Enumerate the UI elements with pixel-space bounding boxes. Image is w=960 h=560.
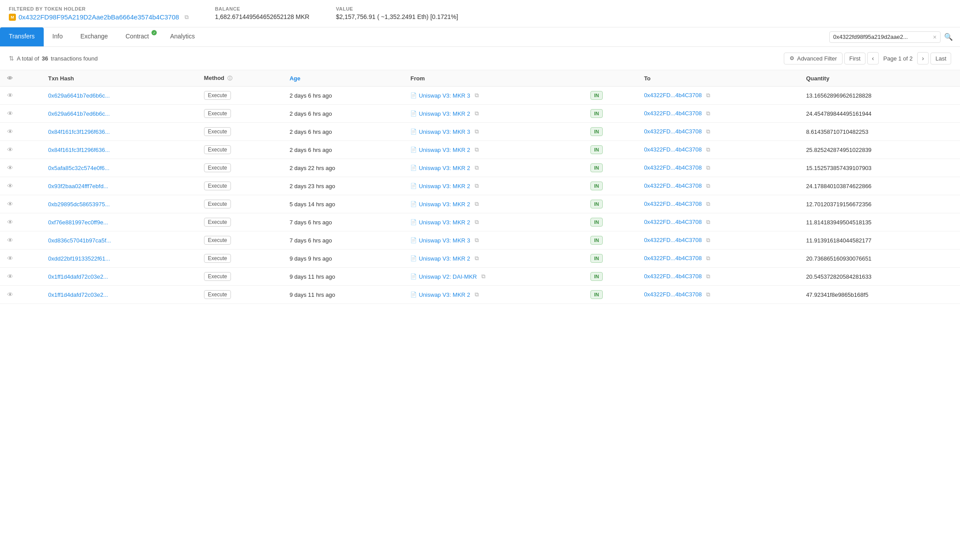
copy-to-icon[interactable]: ⧉: [706, 237, 710, 243]
from-link[interactable]: 📄 Uniswap V3: MKR 3 ⧉: [410, 237, 576, 244]
value-value: $2,157,756.91 ( ~1,352.2491 Eth) [0.1721…: [336, 13, 458, 20]
last-page-button[interactable]: Last: [930, 53, 951, 64]
from-link[interactable]: 📄 Uniswap V3: MKR 2 ⧉: [410, 110, 576, 117]
copy-from-icon[interactable]: ⧉: [475, 219, 479, 226]
eye-icon[interactable]: 👁: [7, 182, 13, 189]
tab-analytics[interactable]: Analytics: [161, 27, 204, 46]
copy-to-icon[interactable]: ⧉: [706, 255, 710, 261]
tab-transfers[interactable]: Transfers: [0, 27, 44, 46]
from-link[interactable]: 📄 Uniswap V3: MKR 2 ⧉: [410, 146, 576, 153]
row-eye-cell: 👁: [0, 123, 41, 141]
table-row: 👁 0xdd22bf19133522f61... Execute 9 days …: [0, 250, 960, 268]
copy-address-icon[interactable]: ⧉: [185, 14, 189, 21]
to-link[interactable]: 0x4322FD...4b4C3708: [644, 255, 702, 261]
method-help-icon[interactable]: ⓘ: [227, 76, 232, 81]
copy-from-icon[interactable]: ⧉: [475, 128, 479, 135]
from-link[interactable]: 📄 Uniswap V3: MKR 3 ⧉: [410, 128, 576, 135]
copy-to-icon[interactable]: ⧉: [706, 92, 710, 98]
row-eye-cell: 👁: [0, 231, 41, 250]
to-link[interactable]: 0x4322FD...4b4C3708: [644, 128, 702, 135]
copy-from-icon[interactable]: ⧉: [475, 182, 479, 189]
copy-to-icon[interactable]: ⧉: [706, 219, 710, 225]
eye-icon[interactable]: 👁: [7, 291, 13, 298]
eye-icon[interactable]: 👁: [7, 237, 13, 244]
from-link[interactable]: 📄 Uniswap V3: MKR 2 ⧉: [410, 219, 576, 226]
eye-icon[interactable]: 👁: [7, 128, 13, 135]
from-link[interactable]: 📄 Uniswap V3: MKR 2 ⧉: [410, 201, 576, 208]
copy-to-icon[interactable]: ⧉: [706, 273, 710, 280]
from-link[interactable]: 📄 Uniswap V3: MKR 2 ⧉: [410, 255, 576, 262]
to-link[interactable]: 0x4322FD...4b4C3708: [644, 182, 702, 189]
txhash-link[interactable]: 0x5afa85c32c574e0f6...: [48, 165, 110, 171]
sort-icon[interactable]: ⇅: [9, 55, 14, 62]
search-button[interactable]: 🔍: [944, 33, 953, 41]
search-input[interactable]: [833, 34, 930, 40]
txhash-link[interactable]: 0xf76e881997ec0ff9e...: [48, 219, 108, 226]
eye-icon[interactable]: 👁: [7, 164, 13, 171]
to-link[interactable]: 0x4322FD...4b4C3708: [644, 110, 702, 117]
from-link[interactable]: 📄 Uniswap V2: DAI-MKR ⧉: [410, 273, 576, 280]
copy-from-icon[interactable]: ⧉: [475, 164, 479, 171]
to-link[interactable]: 0x4322FD...4b4C3708: [644, 273, 702, 280]
eye-icon[interactable]: 👁: [7, 110, 13, 117]
eye-icon[interactable]: 👁: [7, 201, 13, 208]
copy-from-icon[interactable]: ⧉: [475, 291, 479, 298]
from-link[interactable]: 📄 Uniswap V3: MKR 2 ⧉: [410, 164, 576, 171]
copy-from-icon[interactable]: ⧉: [475, 110, 479, 117]
copy-to-icon[interactable]: ⧉: [706, 201, 710, 207]
copy-to-icon[interactable]: ⧉: [706, 291, 710, 298]
txhash-link[interactable]: 0x1ff1d4dafd72c03e2...: [48, 273, 108, 280]
to-link[interactable]: 0x4322FD...4b4C3708: [644, 291, 702, 298]
txhash-link[interactable]: 0x629a6641b7ed6b6c...: [48, 92, 110, 99]
tab-info[interactable]: Info: [44, 27, 72, 46]
eye-icon[interactable]: 👁: [7, 273, 13, 280]
method-badge: Execute: [204, 163, 231, 172]
copy-from-icon[interactable]: ⧉: [475, 237, 479, 244]
copy-to-icon[interactable]: ⧉: [706, 128, 710, 135]
txhash-link[interactable]: 0x84f161fc3f1296f636...: [48, 147, 110, 153]
prev-page-button[interactable]: ‹: [867, 52, 879, 64]
to-link[interactable]: 0x4322FD...4b4C3708: [644, 201, 702, 207]
wallet-address-link[interactable]: 0x4322FD98F95A219D2Aae2bBa6664e3574b4C37…: [19, 13, 179, 21]
first-page-button[interactable]: First: [844, 53, 865, 64]
row-to-cell: 0x4322FD...4b4C3708 ⧉: [637, 286, 799, 304]
txhash-link[interactable]: 0x1ff1d4dafd72c03e2...: [48, 291, 108, 298]
tab-contract[interactable]: Contract ✓: [117, 27, 161, 46]
copy-from-icon[interactable]: ⧉: [475, 201, 479, 208]
copy-from-icon[interactable]: ⧉: [475, 92, 479, 99]
col-age[interactable]: Age: [283, 70, 404, 87]
to-link[interactable]: 0x4322FD...4b4C3708: [644, 92, 702, 98]
copy-to-icon[interactable]: ⧉: [706, 146, 710, 153]
to-link[interactable]: 0x4322FD...4b4C3708: [644, 146, 702, 153]
from-link[interactable]: 📄 Uniswap V3: MKR 2 ⧉: [410, 291, 576, 298]
txhash-link[interactable]: 0x629a6641b7ed6b6c...: [48, 110, 110, 117]
copy-from-icon[interactable]: ⧉: [481, 273, 485, 280]
eye-icon[interactable]: 👁: [7, 255, 13, 262]
advanced-filter-button[interactable]: ⚙ Advanced Filter: [784, 53, 843, 64]
copy-to-icon[interactable]: ⧉: [706, 164, 710, 171]
txhash-link[interactable]: 0x93f2baa024fff7ebfd...: [48, 183, 108, 189]
copy-from-icon[interactable]: ⧉: [475, 146, 479, 153]
eye-icon[interactable]: 👁: [7, 146, 13, 153]
from-link[interactable]: 📄 Uniswap V3: MKR 3 ⧉: [410, 92, 576, 99]
to-link[interactable]: 0x4322FD...4b4C3708: [644, 164, 702, 171]
eye-icon[interactable]: 👁: [7, 92, 13, 99]
to-link[interactable]: 0x4322FD...4b4C3708: [644, 219, 702, 225]
next-page-button[interactable]: ›: [917, 52, 929, 64]
search-clear-icon[interactable]: ×: [933, 34, 937, 41]
to-link[interactable]: 0x4322FD...4b4C3708: [644, 237, 702, 243]
row-direction-cell: IN: [583, 105, 637, 123]
eye-icon[interactable]: 👁: [7, 219, 13, 226]
txhash-link[interactable]: 0xd836c57041b97ca5f...: [48, 237, 111, 244]
eye-header-icon[interactable]: 👁: [7, 75, 13, 82]
row-from-cell: 📄 Uniswap V3: MKR 2 ⧉: [403, 286, 583, 304]
txhash-link[interactable]: 0xb29895dc58653975...: [48, 201, 110, 208]
copy-from-icon[interactable]: ⧉: [475, 255, 479, 262]
tab-exchange[interactable]: Exchange: [72, 27, 117, 46]
txhash-link[interactable]: 0xdd22bf19133522f61...: [48, 255, 110, 262]
copy-to-icon[interactable]: ⧉: [706, 110, 710, 117]
doc-icon: 📄: [410, 219, 417, 225]
copy-to-icon[interactable]: ⧉: [706, 182, 710, 189]
txhash-link[interactable]: 0x84f161fc3f1296f636...: [48, 129, 110, 135]
from-link[interactable]: 📄 Uniswap V3: MKR 2 ⧉: [410, 182, 576, 189]
